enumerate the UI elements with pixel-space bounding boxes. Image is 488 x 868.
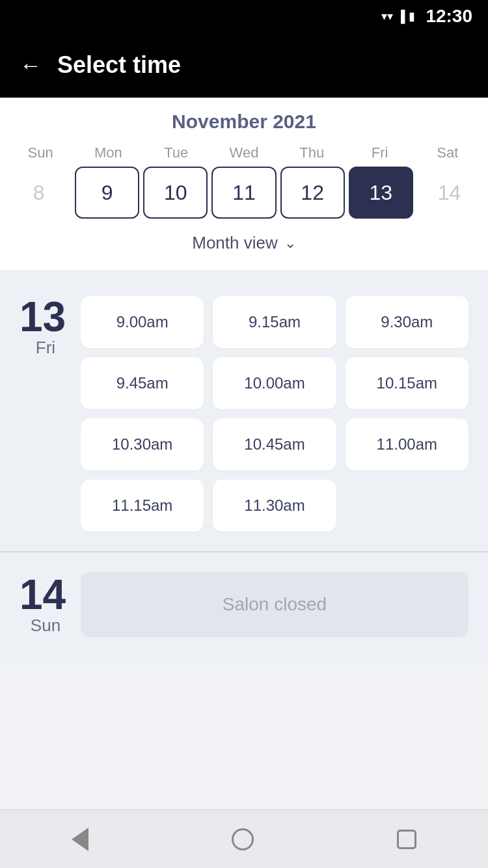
chevron-down-icon: ⌄: [284, 235, 296, 252]
day-header-tue: Tue: [142, 144, 210, 161]
slot-1000am[interactable]: 10.00am: [213, 357, 336, 409]
battery-icon: ▮: [409, 9, 415, 23]
day-14-name: Sun: [20, 616, 72, 636]
day-14-block: 14 Sun Salon closed: [0, 559, 488, 650]
wifi-icon: ▾▾: [381, 9, 393, 23]
status-time: 12:30: [426, 6, 472, 27]
status-icons: ▾▾ ▐ ▮: [381, 9, 416, 23]
day-header-fri: Fri: [346, 144, 413, 161]
page-title: Select time: [57, 51, 181, 79]
slot-1015am[interactable]: 10.15am: [346, 357, 468, 409]
date-9[interactable]: 9: [75, 167, 139, 219]
date-12[interactable]: 12: [280, 167, 345, 219]
day-header-thu: Thu: [278, 144, 346, 161]
back-triangle-icon: [72, 828, 88, 851]
day-14-label: 14 Sun: [20, 574, 72, 636]
date-14[interactable]: 14: [417, 167, 481, 219]
calendar-section: November 2021 Sun Mon Tue Wed Thu Fri Sa…: [0, 98, 488, 270]
slot-900am[interactable]: 9.00am: [81, 296, 204, 348]
nav-home-button[interactable]: [232, 828, 254, 850]
salon-closed-box: Salon closed: [81, 572, 468, 637]
slot-945am[interactable]: 9.45am: [81, 357, 204, 409]
salon-closed-text: Salon closed: [223, 594, 327, 615]
nav-back-button[interactable]: [72, 828, 88, 851]
back-button[interactable]: ←: [20, 54, 42, 76]
slot-930am[interactable]: 9.30am: [346, 296, 468, 348]
time-grid-13: 9.00am 9.15am 9.30am 9.45am 10.00am 10.1…: [81, 296, 468, 532]
bottom-nav: [0, 809, 488, 868]
section-divider: [0, 551, 488, 552]
header: ← Select time: [0, 33, 488, 98]
slot-1130am[interactable]: 11.30am: [213, 480, 336, 532]
signal-icon: ▐: [397, 10, 405, 23]
timeslots-section: 13 Fri 9.00am 9.15am 9.30am 9.45am 10.00…: [0, 270, 488, 663]
slot-1045am[interactable]: 10.45am: [213, 418, 336, 470]
day-13-number: 13: [20, 296, 72, 338]
day-header-sun: Sun: [7, 144, 74, 161]
month-view-toggle[interactable]: Month view ⌄: [0, 226, 488, 264]
slot-1115am[interactable]: 11.15am: [81, 480, 204, 532]
day-13-label: 13 Fri: [20, 296, 72, 358]
day-13-block: 13 Fri 9.00am 9.15am 9.30am 9.45am 10.00…: [0, 283, 488, 545]
date-10[interactable]: 10: [143, 167, 208, 219]
day-headers: Sun Mon Tue Wed Thu Fri Sat: [0, 144, 488, 161]
nav-recents-button[interactable]: [397, 830, 416, 849]
slot-1030am[interactable]: 10.30am: [81, 418, 204, 470]
month-view-label: Month view: [192, 233, 278, 253]
date-row: 8 9 10 11 12 13 14: [0, 167, 488, 219]
day-14-number: 14: [20, 574, 72, 616]
day-header-sat: Sat: [414, 144, 481, 161]
date-13[interactable]: 13: [349, 167, 413, 219]
calendar-month: November 2021: [0, 111, 488, 133]
day-header-mon: Mon: [74, 144, 142, 161]
recents-square-icon: [397, 830, 416, 849]
slot-1100am[interactable]: 11.00am: [346, 418, 468, 470]
day-13-name: Fri: [20, 338, 72, 358]
status-bar: ▾▾ ▐ ▮ 12:30: [0, 0, 488, 33]
date-11[interactable]: 11: [211, 167, 276, 219]
slot-915am[interactable]: 9.15am: [213, 296, 336, 348]
date-8[interactable]: 8: [7, 167, 71, 219]
day-header-wed: Wed: [210, 144, 278, 161]
home-circle-icon: [232, 828, 254, 850]
